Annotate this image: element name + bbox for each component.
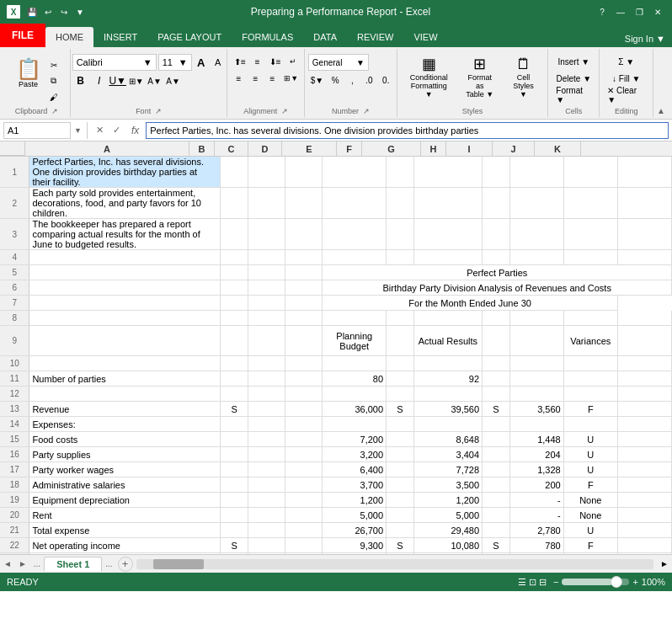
cell[interactable]	[413, 250, 482, 265]
cell[interactable]	[617, 371, 671, 387]
cell[interactable]: Party worker wages	[29, 462, 221, 477]
cell[interactable]	[285, 553, 323, 555]
cell[interactable]	[29, 326, 221, 356]
col-header-D[interactable]: D	[248, 141, 282, 157]
zoom-in-btn[interactable]: +	[632, 577, 637, 587]
cell[interactable]: F	[563, 402, 617, 417]
cell[interactable]	[221, 219, 248, 250]
decrease-font-btn[interactable]: A	[211, 55, 226, 70]
cell[interactable]: S	[387, 538, 414, 553]
tab-file[interactable]: FILE	[0, 24, 45, 47]
cell[interactable]	[617, 553, 671, 555]
cell[interactable]	[387, 311, 414, 326]
cell[interactable]	[248, 326, 285, 356]
cell[interactable]	[248, 417, 285, 432]
table-row[interactable]: 22Net operating incomeS9,300S10,080S780F	[0, 538, 672, 553]
delete-cells-btn[interactable]: Delete ▼	[553, 71, 594, 86]
cell[interactable]: -	[509, 508, 563, 523]
cell[interactable]	[387, 326, 414, 356]
cell[interactable]	[387, 553, 414, 555]
merged-cell[interactable]: Birthday Party Division Analysis of Reve…	[323, 280, 672, 296]
cell[interactable]	[221, 356, 248, 371]
copy-button[interactable]: ⧉	[46, 73, 61, 88]
cell[interactable]	[509, 326, 563, 356]
tab-insert[interactable]: INSERT	[93, 27, 147, 47]
table-row[interactable]: 1Perfect Parties, Inc. has several divis…	[0, 157, 672, 188]
normal-view-btn[interactable]: ☰	[518, 577, 526, 588]
cell[interactable]: 8,648	[413, 432, 482, 447]
italic-button[interactable]: I	[91, 72, 108, 89]
cell[interactable]: Each party sold provides entertainment, …	[29, 188, 221, 219]
cell[interactable]	[248, 387, 285, 402]
fill-btn[interactable]: ↓ Fill ▼	[605, 71, 648, 86]
cell[interactable]	[387, 371, 414, 387]
table-row[interactable]: 7For the Month Ended June 30	[0, 296, 672, 311]
format-painter-button[interactable]: 🖌	[46, 89, 61, 104]
cell[interactable]: None	[563, 493, 617, 508]
cell[interactable]	[483, 188, 510, 219]
col-header-A[interactable]: A	[25, 141, 189, 157]
cell[interactable]: 1,200	[413, 493, 482, 508]
cell[interactable]	[323, 311, 387, 326]
cell[interactable]: 3,560	[509, 402, 563, 417]
enter-formula-btn[interactable]: ✓	[109, 123, 125, 138]
cell[interactable]	[221, 553, 248, 555]
cell[interactable]	[248, 280, 285, 296]
cell[interactable]	[248, 493, 285, 508]
cell[interactable]	[509, 188, 563, 219]
cell[interactable]: S	[387, 402, 414, 417]
cell[interactable]: Food costs	[29, 432, 221, 447]
table-row[interactable]: 6Birthday Party Division Analysis of Rev…	[0, 280, 672, 296]
cell[interactable]: Number of parties	[29, 371, 221, 387]
cell[interactable]: Equipment depreciation	[29, 493, 221, 508]
cell[interactable]	[617, 356, 671, 371]
cell[interactable]	[617, 387, 671, 402]
cancel-formula-btn[interactable]: ✕	[93, 123, 108, 138]
cell[interactable]	[509, 417, 563, 432]
help-btn[interactable]: ?	[595, 4, 610, 19]
collapse-ribbon-btn[interactable]: ▲	[653, 104, 669, 117]
cell[interactable]	[248, 296, 285, 311]
cell[interactable]	[387, 157, 414, 188]
sheet-nav-more[interactable]: ...	[30, 559, 44, 568]
table-row[interactable]: 5Perfect Parties	[0, 265, 672, 280]
cell[interactable]	[29, 387, 221, 402]
table-row[interactable]: 19 Equipment depreciation1,2001,200-None	[0, 493, 672, 508]
table-row[interactable]: 21Total expense26,70029,4802,780U	[0, 523, 672, 538]
col-header-E[interactable]: E	[282, 141, 337, 157]
cell[interactable]	[617, 432, 671, 447]
comma-btn[interactable]: ,	[344, 72, 360, 88]
underline-button[interactable]: U▼	[109, 72, 126, 89]
cell-styles-button[interactable]: 🗒 CellStyles ▼	[504, 52, 543, 102]
cell[interactable]	[285, 462, 323, 477]
left-align-btn[interactable]: ≡	[231, 71, 246, 86]
cell[interactable]: Variances	[563, 326, 617, 356]
cell[interactable]	[563, 356, 617, 371]
cell[interactable]	[285, 447, 323, 462]
col-header-B[interactable]: B	[189, 141, 215, 157]
cell[interactable]	[221, 326, 248, 356]
cell[interactable]	[248, 157, 285, 188]
cell[interactable]: -	[509, 493, 563, 508]
cell[interactable]	[323, 417, 387, 432]
cell[interactable]	[563, 188, 617, 219]
cell[interactable]	[387, 356, 414, 371]
cell[interactable]: 3,200	[323, 447, 387, 462]
cell[interactable]: Party supplies	[29, 447, 221, 462]
font-color-button[interactable]: A▼	[165, 72, 182, 89]
table-row[interactable]: 23Food costs, party supplies and party w…	[0, 553, 672, 555]
number-format-dropdown[interactable]: General ▼	[308, 54, 369, 71]
cell[interactable]	[509, 219, 563, 250]
increase-decimal-btn[interactable]: .0	[361, 72, 376, 88]
middle-align-btn[interactable]: ≡	[250, 54, 265, 69]
qa-dropdown-btn[interactable]: ▼	[73, 5, 87, 19]
cell[interactable]: U	[563, 523, 617, 538]
cell[interactable]: U	[563, 432, 617, 447]
cut-button[interactable]: ✂	[46, 57, 61, 72]
cell[interactable]	[413, 387, 482, 402]
increase-font-btn[interactable]: A	[194, 55, 209, 70]
cell[interactable]	[323, 157, 387, 188]
cell[interactable]	[248, 432, 285, 447]
cell[interactable]: 1,328	[509, 462, 563, 477]
cell[interactable]	[248, 477, 285, 493]
